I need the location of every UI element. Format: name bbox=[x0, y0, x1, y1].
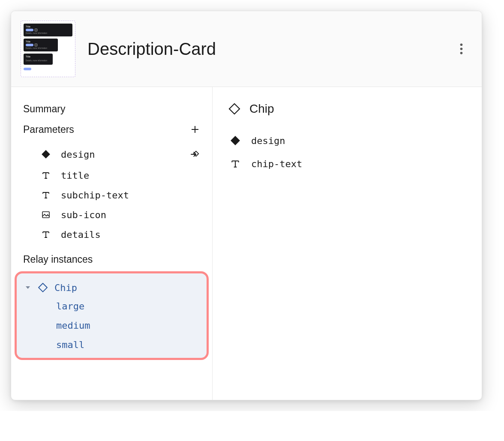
text-icon bbox=[40, 170, 51, 181]
parameter-name: title bbox=[61, 170, 89, 181]
property-name: chip-text bbox=[251, 159, 302, 169]
parameter-row-subchip-text[interactable]: subchip-text bbox=[11, 185, 212, 205]
more-options-button[interactable] bbox=[453, 40, 470, 57]
variant-name: small bbox=[56, 339, 84, 350]
component-title: Description-Card bbox=[87, 39, 441, 59]
parameter-name: subchip-text bbox=[61, 190, 129, 201]
detail-property-chip-text[interactable]: chip-text bbox=[227, 152, 467, 175]
right-pane: Chip design chip-text bbox=[213, 87, 482, 400]
swap-icon bbox=[189, 149, 201, 160]
plus-icon bbox=[190, 124, 200, 135]
relay-instances-label: Relay instances bbox=[11, 250, 212, 269]
parameter-row-details[interactable]: details bbox=[11, 225, 212, 244]
svg-rect-8 bbox=[229, 104, 240, 114]
detail-title: Chip bbox=[249, 102, 274, 116]
svg-point-0 bbox=[460, 43, 462, 46]
variant-name: medium bbox=[56, 320, 90, 331]
parameter-name: details bbox=[61, 229, 101, 240]
image-icon bbox=[40, 209, 51, 220]
kebab-icon bbox=[460, 43, 463, 54]
relay-variant-medium[interactable]: medium bbox=[17, 316, 207, 335]
parameter-row-sub-icon[interactable]: sub-icon bbox=[11, 205, 212, 225]
instance-icon bbox=[229, 134, 242, 147]
expand-toggle[interactable] bbox=[24, 285, 31, 290]
swap-instance-button[interactable] bbox=[188, 147, 202, 161]
parameters-section-header: Parameters bbox=[11, 118, 212, 141]
svg-rect-9 bbox=[231, 136, 240, 145]
component-outline-icon bbox=[37, 282, 48, 293]
svg-point-1 bbox=[460, 48, 462, 50]
svg-rect-6 bbox=[42, 212, 49, 218]
component-panel: Title Details, more information Title De… bbox=[11, 11, 482, 400]
text-icon bbox=[40, 189, 51, 201]
chevron-down-icon bbox=[25, 285, 30, 290]
summary-section-label[interactable]: Summary bbox=[11, 100, 212, 118]
panel-header: Title Details, more information Title De… bbox=[11, 11, 482, 87]
parameter-row-design[interactable]: design bbox=[11, 143, 212, 165]
panel-body: Summary Parameters design bbox=[11, 87, 482, 400]
parameter-list: design title subchip-text bbox=[11, 141, 212, 250]
variant-name: large bbox=[56, 301, 84, 312]
relay-variant-small[interactable]: small bbox=[17, 335, 207, 354]
parameters-section-label: Parameters bbox=[23, 124, 74, 135]
parameter-name: sub-icon bbox=[61, 210, 106, 220]
svg-point-2 bbox=[460, 52, 462, 54]
component-outline-icon bbox=[227, 102, 242, 116]
text-icon bbox=[40, 229, 51, 240]
svg-rect-5 bbox=[42, 150, 50, 159]
parameter-row-title[interactable]: title bbox=[11, 165, 212, 185]
left-pane: Summary Parameters design bbox=[11, 87, 213, 400]
parameter-name: design bbox=[61, 149, 95, 160]
svg-rect-7 bbox=[39, 283, 47, 292]
relay-instance-name: Chip bbox=[54, 282, 77, 293]
text-icon bbox=[229, 157, 242, 170]
add-parameter-button[interactable] bbox=[187, 122, 203, 137]
instance-icon bbox=[40, 149, 51, 160]
property-name: design bbox=[251, 135, 285, 146]
detail-header: Chip bbox=[227, 99, 467, 124]
component-thumbnail: Title Details, more information Title De… bbox=[21, 21, 75, 77]
detail-property-list: design chip-text bbox=[227, 124, 467, 175]
relay-variant-large[interactable]: large bbox=[17, 297, 207, 316]
detail-property-design[interactable]: design bbox=[227, 129, 467, 152]
relay-instance-highlight: Chip large medium small bbox=[15, 271, 209, 360]
relay-instance-chip[interactable]: Chip bbox=[17, 279, 207, 297]
